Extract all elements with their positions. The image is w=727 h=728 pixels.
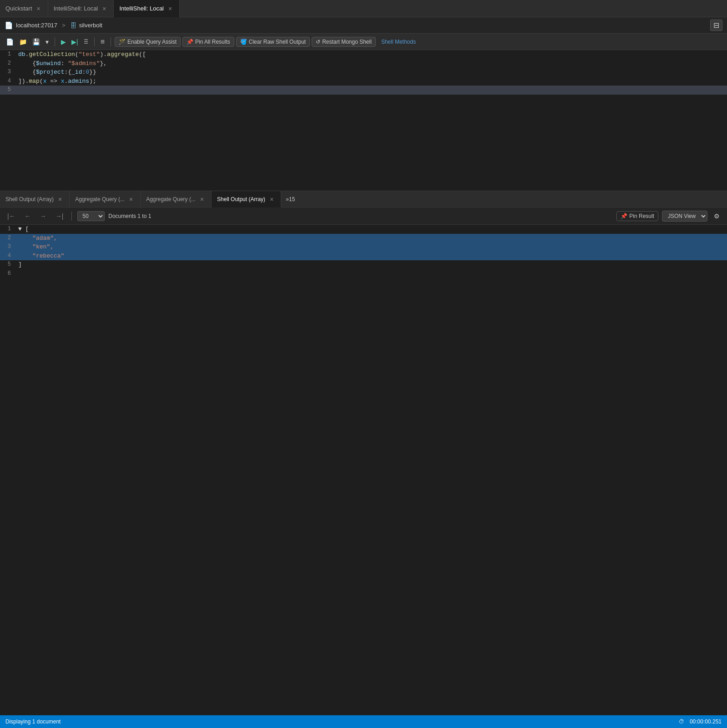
folder-icon[interactable]: 📁: [17, 37, 29, 47]
save-dropdown-icon[interactable]: ▾: [43, 37, 51, 47]
json-line-num-2: 2: [0, 234, 16, 242]
database-icon: 🗄: [70, 22, 76, 29]
line-num-2: 2: [0, 59, 16, 67]
line-content-3: {$project:{_id:0}}: [16, 68, 727, 77]
elapsed-time: 00:00:00.251: [690, 718, 722, 725]
output-tab-shell-1-close[interactable]: ×: [56, 195, 64, 204]
output-tab-aggregate-2[interactable]: Aggregate Query (... ×: [141, 191, 212, 207]
output-tab-aggregate-2-label: Aggregate Query (...: [146, 196, 196, 202]
tab-quickstart-close[interactable]: ×: [35, 4, 42, 13]
output-tab-aggregate-1-close[interactable]: ×: [127, 195, 135, 204]
code-editor[interactable]: 1 db.getCollection("test").aggregate([ 2…: [0, 50, 727, 191]
tab-quickstart[interactable]: Quickstart ×: [0, 0, 48, 17]
json-line-2: 2 "adam",: [0, 234, 727, 243]
json-content-6: [16, 269, 727, 278]
divider-2: [94, 37, 95, 46]
json-line-num-5: 5: [0, 260, 16, 268]
restart-mongo-button[interactable]: ↺ Restart Mongo Shell: [312, 37, 376, 47]
editor-line-5: 5: [0, 86, 727, 95]
json-content-3: "ken",: [16, 243, 727, 252]
line-num-5: 5: [0, 86, 16, 94]
output-overflow-badge: »15: [286, 196, 295, 202]
editor-line-1: 1 db.getCollection("test").aggregate([: [0, 50, 727, 59]
more-icon[interactable]: ⠿: [81, 37, 91, 47]
output-tab-shell-1[interactable]: Shell Output (Array) ×: [0, 191, 70, 207]
output-tab-shell-2-label: Shell Output (Array): [217, 196, 265, 202]
run-icon-group: ▶ ▶| ⠿: [59, 37, 91, 47]
status-bar: Displaying 1 document ⏱ 00:00:00.251: [0, 715, 727, 728]
breadcrumb-db: silverbolt: [79, 22, 102, 29]
output-tab-aggregate-1[interactable]: Aggregate Query (... ×: [70, 191, 141, 207]
doc-count: Documents 1 to 1: [108, 213, 613, 219]
tab-intellishell-1[interactable]: IntelliShell: Local ×: [48, 0, 114, 17]
tab-intellishell-1-label: IntelliShell: Local: [54, 5, 98, 12]
new-file-icon[interactable]: 📄: [4, 37, 16, 47]
clear-raw-button[interactable]: 🪣 Clear Raw Shell Output: [236, 37, 310, 47]
json-line-5: 5 ]: [0, 260, 727, 269]
breadcrumb-left: 📄 localhost:27017 > 🗄 silverbolt: [5, 21, 102, 30]
output-tab-shell-2-close[interactable]: ×: [268, 195, 275, 204]
view-select[interactable]: JSON View Table View: [662, 211, 707, 222]
json-content-2: "adam",: [16, 234, 727, 243]
line-num-1: 1: [0, 50, 16, 58]
nav-next-button[interactable]: →: [37, 212, 49, 221]
nav-divider: [71, 212, 72, 221]
pin-all-results-label: Pin All Results: [195, 39, 230, 45]
nav-first-button[interactable]: |←: [5, 212, 18, 221]
enable-query-assist-label: Enable Query Assist: [127, 39, 177, 45]
tab-intellishell-2-close[interactable]: ×: [167, 4, 174, 13]
run-icon[interactable]: ▶: [59, 37, 68, 47]
editor-line-4: 4 ]).map(x => x.admins);: [0, 77, 727, 86]
json-output[interactable]: 1 ▼ [ 2 "adam", 3 "ken", 4 "rebecca" 5 ]…: [0, 225, 727, 715]
nav-last-button[interactable]: →|: [53, 212, 66, 221]
breadcrumb-separator: >: [62, 22, 66, 29]
tab-intellishell-1-close[interactable]: ×: [101, 4, 108, 13]
line-content-1: db.getCollection("test").aggregate([: [16, 50, 727, 59]
pin-icon: 📌: [187, 39, 193, 45]
json-content-5: ]: [16, 260, 727, 269]
json-line-3: 3 "ken",: [0, 243, 727, 252]
pin-all-results-button[interactable]: 📌 Pin All Results: [182, 37, 234, 47]
json-content-4: "rebecca": [16, 252, 727, 261]
tab-quickstart-label: Quickstart: [5, 5, 32, 12]
shell-methods-button[interactable]: Shell Methods: [378, 37, 419, 46]
output-tab-aggregate-1-label: Aggregate Query (...: [75, 196, 125, 202]
file-icon-group: 📄 📁 💾 ▾: [4, 37, 51, 47]
pin-result-label: Pin Result: [629, 213, 654, 219]
restart-mongo-label: Restart Mongo Shell: [322, 39, 372, 45]
status-doc-count: Displaying 1 document: [5, 718, 61, 725]
run-step-icon[interactable]: ▶|: [69, 37, 81, 47]
output-tab-bar: Shell Output (Array) × Aggregate Query (…: [0, 191, 727, 207]
json-line-1: 1 ▼ [: [0, 225, 727, 234]
divider-1: [55, 37, 55, 46]
tab-intellishell-2[interactable]: IntelliShell: Local ×: [114, 0, 180, 17]
page-size-select[interactable]: 50 25 100: [77, 211, 105, 221]
settings-button[interactable]: ⚙: [711, 211, 722, 221]
line-content-5: [16, 86, 727, 95]
restart-icon: ↺: [316, 39, 320, 45]
output-tab-overflow[interactable]: »15: [281, 196, 299, 202]
split-view-button[interactable]: ⊟: [710, 20, 722, 31]
enable-query-assist-button[interactable]: 🪄 Enable Query Assist: [115, 37, 181, 47]
shell-methods-label: Shell Methods: [381, 39, 416, 45]
output-toolbar: |← ← → →| 50 25 100 Documents 1 to 1 📌 P…: [0, 207, 727, 225]
nav-prev-button[interactable]: ←: [22, 212, 34, 221]
output-tab-shell-2[interactable]: Shell Output (Array) ×: [212, 191, 281, 207]
json-line-4: 4 "rebecca": [0, 252, 727, 261]
output-panel: Shell Output (Array) × Aggregate Query (…: [0, 191, 727, 715]
wand-icon: 🪄: [119, 39, 126, 45]
line-content-2: {$unwind: "$admins"},: [16, 59, 727, 68]
divider-3: [111, 37, 111, 46]
json-line-num-3: 3: [0, 243, 16, 251]
json-line-6: 6: [0, 269, 727, 278]
line-num-3: 3: [0, 68, 16, 76]
format-icon[interactable]: ≡: [98, 36, 107, 47]
output-tab-shell-1-label: Shell Output (Array): [5, 196, 54, 202]
file-icon: 📄: [5, 21, 13, 30]
json-line-num-1: 1: [0, 225, 16, 233]
pin-result-button[interactable]: 📌 Pin Result: [616, 211, 658, 221]
tab-bar: Quickstart × IntelliShell: Local × Intel…: [0, 0, 727, 17]
json-line-num-4: 4: [0, 252, 16, 260]
save-icon[interactable]: 💾: [30, 37, 42, 47]
output-tab-aggregate-2-close[interactable]: ×: [198, 195, 206, 204]
